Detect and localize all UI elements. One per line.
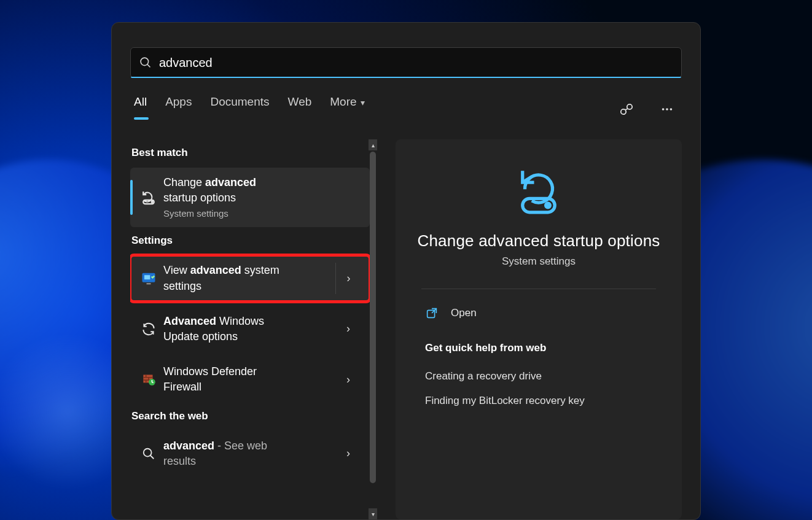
svg-point-7 <box>670 108 673 111</box>
section-search-web: Search the web <box>131 410 370 422</box>
svg-line-1 <box>147 64 150 68</box>
search-icon <box>134 447 163 460</box>
chevron-right-icon[interactable]: › <box>335 314 361 344</box>
tab-web[interactable]: Web <box>288 95 312 123</box>
result-web-advanced[interactable]: advanced - See web results › <box>130 431 370 476</box>
results-list: Best match Change advanced startup optio… <box>130 139 370 519</box>
chevron-right-icon[interactable]: › <box>335 263 361 293</box>
tab-all[interactable]: All <box>134 95 147 123</box>
search-icon <box>139 56 152 69</box>
svg-point-0 <box>141 58 149 66</box>
section-settings: Settings <box>131 235 370 247</box>
tab-label: Web <box>288 95 312 108</box>
quick-link-bitlocker-key[interactable]: Finding my BitLocker recovery key <box>414 389 663 413</box>
chevron-right-icon[interactable]: › <box>335 438 361 469</box>
svg-line-4 <box>625 109 628 110</box>
tab-documents[interactable]: Documents <box>210 95 269 123</box>
svg-point-6 <box>666 108 668 111</box>
section-best-match: Best match <box>131 147 370 159</box>
tab-label: More <box>330 95 356 108</box>
scroll-thumb[interactable] <box>370 152 376 483</box>
divider <box>421 289 656 289</box>
result-advanced-windows-update[interactable]: Advanced Windows Update options › <box>130 306 370 352</box>
svg-rect-11 <box>144 275 150 279</box>
result-label: advanced - See web results <box>163 438 330 469</box>
result-change-advanced-startup[interactable]: Change advanced startup options System s… <box>130 168 370 227</box>
detail-pane: Change advanced startup options System s… <box>396 139 682 519</box>
result-label: Advanced Windows Update options <box>163 314 330 344</box>
monitor-icon <box>134 270 163 287</box>
tab-label: All <box>134 95 147 108</box>
quick-help-heading: Get quick help from web <box>425 342 652 354</box>
results-scrollbar[interactable]: ▴ ▾ <box>369 139 377 519</box>
svg-point-2 <box>621 109 626 114</box>
tab-label: Apps <box>165 95 192 108</box>
result-label: View advanced system settings <box>163 263 330 293</box>
svg-rect-12 <box>147 283 151 284</box>
search-box[interactable] <box>130 47 682 78</box>
detail-subtitle: System settings <box>414 255 663 268</box>
svg-point-18 <box>546 203 550 208</box>
svg-point-15 <box>144 448 152 456</box>
quick-link-recovery-drive[interactable]: Creating a recovery drive <box>414 364 663 389</box>
tab-apps[interactable]: Apps <box>165 95 192 123</box>
result-label: Windows Defender Firewall <box>163 364 330 395</box>
svg-point-3 <box>627 104 632 109</box>
tab-label: Documents <box>210 95 269 108</box>
svg-line-16 <box>150 455 154 459</box>
result-view-advanced-system-settings[interactable]: View advanced system settings › <box>130 255 370 301</box>
svg-point-5 <box>662 108 665 111</box>
recovery-icon <box>414 164 663 219</box>
refresh-icon <box>134 321 163 337</box>
recovery-icon <box>134 188 163 207</box>
search-input[interactable] <box>159 56 673 70</box>
open-label: Open <box>451 307 477 319</box>
tab-more[interactable]: More▾ <box>330 95 364 123</box>
result-windows-defender-firewall[interactable]: Windows Defender Firewall › <box>130 357 370 402</box>
scroll-down-button[interactable]: ▾ <box>369 508 377 519</box>
open-external-icon <box>425 306 439 320</box>
filter-tabs: All Apps Documents Web More▾ <box>134 95 678 123</box>
firewall-shield-icon <box>134 371 163 387</box>
svg-point-9 <box>152 201 153 203</box>
search-tools-button[interactable] <box>615 98 638 120</box>
chevron-down-icon: ▾ <box>361 98 365 107</box>
start-search-panel: All Apps Documents Web More▾ Best match <box>111 22 701 520</box>
chevron-right-icon[interactable]: › <box>335 364 361 395</box>
detail-title: Change advanced startup options <box>414 231 663 250</box>
scroll-up-button[interactable]: ▴ <box>369 139 377 150</box>
open-action[interactable]: Open <box>414 303 663 324</box>
result-label: Change advanced startup options System s… <box>163 175 361 220</box>
more-options-button[interactable] <box>656 98 678 120</box>
